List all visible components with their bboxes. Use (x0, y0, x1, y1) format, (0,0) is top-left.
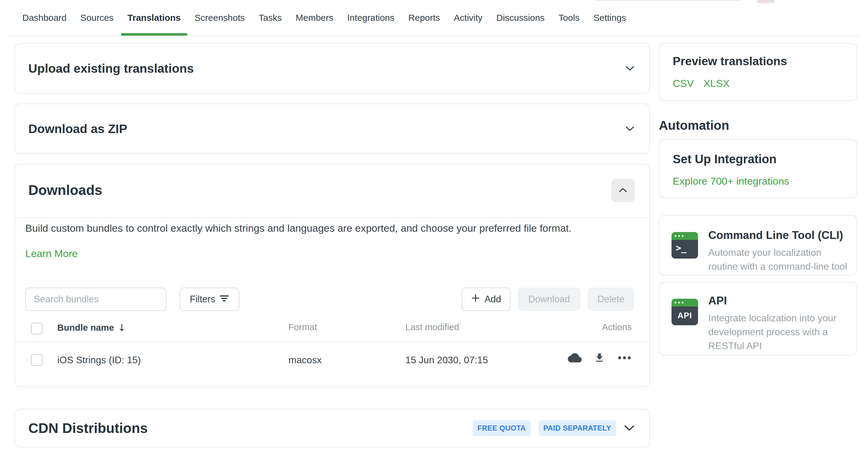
delete-button[interactable]: Delete (588, 288, 634, 311)
preview-links: CSV XLSX (673, 78, 730, 89)
panel-title: CDN Distributions (28, 420, 148, 436)
cloud-icon[interactable] (568, 351, 582, 365)
panel-upload-existing-translations[interactable]: Upload existing translations (14, 43, 650, 93)
top-navigation: Dashboard Sources Translations Screensho… (0, 0, 868, 36)
cli-title: Command Line Tool (CLI) (708, 229, 843, 242)
terminal-prompt: >_ (672, 240, 698, 253)
api-icon-titlebar (672, 299, 698, 307)
avatar-remnant (757, 0, 775, 3)
column-bundle-name[interactable]: Bundle name ↓ (57, 322, 126, 334)
tab-screenshots[interactable]: Screenshots (195, 0, 245, 36)
plus-icon (471, 293, 480, 305)
collapse-button[interactable] (611, 179, 635, 202)
panel-title: Set Up Integration (673, 152, 776, 166)
api-icon-label: API (672, 307, 698, 320)
sort-desc-icon: ↓ (118, 322, 126, 334)
download-icon[interactable] (594, 352, 605, 364)
chevron-down-icon[interactable] (624, 425, 635, 431)
terminal-icon-titlebar (672, 232, 698, 240)
learn-more-link[interactable]: Learn More (25, 248, 78, 259)
terminal-icon: >_ (672, 232, 698, 259)
bundles-table-header: Bundle name ↓ Format Last modified Actio… (15, 321, 649, 341)
card-api[interactable]: API API Integrate localization into your… (659, 282, 857, 355)
panel-preview-translations: Preview translations CSV XLSX (659, 43, 857, 101)
panel-title: Downloads (28, 182, 102, 198)
header-divider (15, 217, 649, 218)
add-bundle-button[interactable]: Add (462, 288, 510, 311)
last-modified-cell: 15 Jun 2030, 07:15 (405, 354, 488, 366)
paid-separately-badge: PAID SEPARATELY (538, 420, 616, 436)
panel-cdn-distributions[interactable]: CDN Distributions FREE QUOTA PAID SEPARA… (14, 409, 650, 448)
explore-integrations-link[interactable]: Explore 700+ integrations (673, 175, 789, 187)
api-icon: API (672, 299, 698, 325)
bundle-name-cell: iOS Strings (ID: 15) (57, 354, 141, 366)
tab-settings[interactable]: Settings (593, 0, 626, 36)
row-actions (568, 351, 632, 365)
tab-activity[interactable]: Activity (454, 0, 483, 36)
tab-translations[interactable]: Translations (127, 0, 181, 36)
downloads-description: Build custom bundles to control exactly … (25, 222, 571, 234)
column-format: Format (288, 322, 317, 332)
filters-button[interactable]: Filters (180, 288, 239, 311)
xlsx-link[interactable]: XLSX (704, 78, 730, 89)
api-title: API (708, 294, 727, 307)
format-cell: macosx (288, 354, 321, 366)
panel-title: Download as ZIP (28, 122, 127, 136)
tab-members[interactable]: Members (296, 0, 333, 36)
download-button[interactable]: Download (518, 288, 581, 311)
nav-divider (7, 36, 861, 36)
table-row[interactable]: iOS Strings (ID: 15) macosx 15 Jun 2030,… (15, 342, 649, 378)
tab-discussions[interactable]: Discussions (496, 0, 545, 36)
tab-tasks[interactable]: Tasks (258, 0, 282, 36)
column-last-modified: Last modified (405, 322, 459, 332)
filter-icon (219, 294, 229, 305)
tab-sources[interactable]: Sources (81, 0, 114, 36)
add-button-label: Add (484, 294, 501, 305)
csv-link[interactable]: CSV (673, 78, 694, 89)
cli-description: Automate your localization routine with … (708, 246, 850, 274)
cdn-header-right: FREE QUOTA PAID SEPARATELY (472, 420, 635, 436)
chevron-down-icon[interactable] (625, 126, 635, 132)
search-bundles-input[interactable] (25, 288, 166, 311)
chevron-down-icon[interactable] (625, 65, 635, 71)
panel-download-as-zip[interactable]: Download as ZIP (14, 104, 650, 154)
tab-integrations[interactable]: Integrations (347, 0, 395, 36)
row-checkbox[interactable] (31, 354, 43, 366)
nav-tabs: Dashboard Sources Translations Screensho… (22, 0, 626, 36)
tab-tools[interactable]: Tools (558, 0, 580, 36)
panel-title: Upload existing translations (28, 61, 194, 76)
api-description: Integrate localization into your develop… (708, 311, 850, 353)
chevron-up-icon (619, 188, 627, 194)
filters-button-label: Filters (190, 294, 215, 305)
panel-title: Preview translations (673, 55, 787, 68)
automation-heading: Automation (659, 118, 729, 133)
translations-page: Dashboard Sources Translations Screensho… (0, 0, 868, 458)
panel-set-up-integration: Set Up Integration Explore 700+ integrat… (659, 139, 857, 198)
tab-dashboard[interactable]: Dashboard (22, 0, 67, 36)
card-command-line-tool[interactable]: >_ Command Line Tool (CLI) Automate your… (659, 215, 857, 276)
free-quota-badge: FREE QUOTA (472, 420, 531, 436)
select-all-checkbox[interactable] (31, 322, 43, 335)
more-actions-icon[interactable] (617, 356, 632, 360)
panel-downloads: Downloads Build custom bundles to contro… (14, 164, 650, 387)
column-actions: Actions (602, 322, 632, 332)
tab-reports[interactable]: Reports (408, 0, 440, 36)
